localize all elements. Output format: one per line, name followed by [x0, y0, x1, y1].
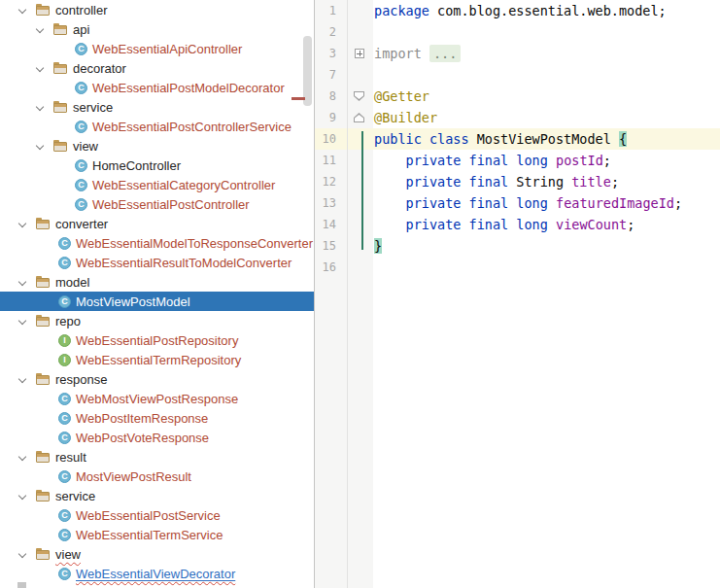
tree-row[interactable]: controller [0, 0, 314, 19]
chevron-down-icon[interactable] [37, 25, 45, 33]
code-line[interactable]: 2 [315, 21, 720, 43]
code-text: package com.blog.essential.web.model; [374, 0, 667, 21]
line-number: 7 [315, 64, 336, 86]
folder-icon [36, 4, 51, 16]
tree-item-label: decorator [73, 61, 126, 76]
tree-row[interactable]: repo [0, 311, 314, 330]
class-icon: C [75, 179, 87, 191]
code-line[interactable]: 12 private final String title; [315, 171, 720, 192]
tree-row[interactable]: service [0, 486, 314, 505]
tree-row[interactable]: CWebPostVoteResponse [0, 428, 314, 447]
chevron-down-icon[interactable] [19, 453, 27, 461]
tree-row[interactable]: view [0, 136, 314, 156]
tree-row[interactable]: service [0, 97, 314, 117]
interface-icon: I [58, 334, 71, 347]
chevron-down-icon[interactable] [19, 375, 27, 383]
fold-end-icon[interactable] [354, 113, 364, 122]
chevron-down-icon[interactable] [19, 278, 27, 286]
code-token: @Builder [374, 110, 437, 125]
tree-row[interactable]: result [0, 447, 314, 467]
code-token [374, 195, 406, 211]
tree-row[interactable]: CWebEssentialTermService [0, 525, 314, 544]
tree-row[interactable]: CWebPostItemResponse [0, 408, 314, 428]
tree-row[interactable]: model [0, 272, 314, 292]
tree-row[interactable]: IWebEssentialTermRepository [0, 350, 314, 369]
folder-icon [36, 490, 51, 502]
class-icon: C [58, 412, 71, 425]
class-icon: C [75, 159, 87, 172]
tree-row[interactable]: response [0, 369, 314, 389]
tree-row[interactable]: CWebMostViewPostResponse [0, 389, 314, 408]
tree-item-label: controller [55, 3, 107, 17]
code-token: final [469, 174, 509, 190]
chevron-down-icon[interactable] [37, 103, 45, 111]
tree-item-label: MostViewPostResult [76, 469, 191, 484]
tree-row[interactable]: CWebEssentialCategoryController [0, 175, 314, 194]
code-line[interactable]: 7 [315, 64, 720, 86]
tree-row[interactable]: CWebEssentialResultToModelConverter [0, 253, 314, 272]
project-tree-panel[interactable]: controllerapiCWebEssentialApiControllerd… [0, 0, 314, 588]
tree-row[interactable]: api [0, 19, 314, 39]
code-token: { [619, 131, 627, 147]
tree-item-label: WebPostItemResponse [76, 411, 208, 426]
tree-item-label: WebEssentialPostControllerService [92, 120, 291, 134]
code-token [461, 195, 468, 211]
class-icon: C [58, 393, 71, 405]
tree-item-label: view [73, 139, 98, 154]
tree-row[interactable]: CWebEssentialPostControllerService [0, 117, 314, 136]
code-line[interactable]: 8@Getter [315, 86, 720, 107]
code-line[interactable]: 13 private final long featuredImageId; [315, 192, 720, 214]
fold-expand-icon[interactable] [355, 49, 364, 58]
tree-row[interactable]: CHomeController [0, 156, 314, 175]
chevron-down-icon[interactable] [19, 6, 27, 14]
tree-row[interactable]: IWebEssentialPostRepository [0, 330, 314, 350]
folder-icon [36, 218, 51, 229]
code-token: private [406, 153, 462, 168]
tree-item-label: WebEssentialPostModelDecorator [92, 81, 285, 95]
code-line[interactable]: 10public class MostViewPostModel { [315, 128, 720, 150]
tree-item-label: service [73, 100, 113, 115]
tree-scrollbar-thumb[interactable] [303, 36, 312, 106]
fold-start-icon[interactable] [354, 91, 364, 101]
code-token: MostViewPostModel [469, 131, 619, 147]
tree-row[interactable]: CMostViewPostResult [0, 467, 314, 486]
tree-item-label: api [73, 22, 89, 37]
editor-panel[interactable]: 1package com.blog.essential.web.model;23… [315, 0, 720, 588]
code-token: long [516, 153, 548, 168]
code-line[interactable]: 1package com.blog.essential.web.model; [315, 0, 720, 21]
code-token: long [516, 217, 548, 232]
chevron-down-icon[interactable] [37, 64, 45, 72]
chevron-down-icon[interactable] [37, 142, 45, 150]
tree-item-label: WebPostVoteResponse [76, 431, 209, 445]
class-icon: C [58, 509, 71, 522]
chevron-down-icon[interactable] [19, 492, 27, 500]
tree-row[interactable]: CWebEssentialPostController [0, 194, 314, 214]
code-line[interactable]: 14 private final long viewCount; [315, 214, 720, 235]
tree-row[interactable]: CWebEssentialPostModelDecorator [0, 78, 314, 97]
code-line[interactable]: 16 [315, 257, 720, 278]
class-icon: C [58, 568, 71, 580]
tree-row[interactable]: CWebEssentialViewDecorator [0, 564, 314, 583]
tree-row[interactable]: CWebEssentialApiController [0, 39, 314, 58]
tree-row[interactable]: CWebEssentialPostService [0, 505, 314, 525]
tree-row[interactable]: CWebEssentialModelToResponseConverter [0, 233, 314, 253]
chevron-down-icon[interactable] [19, 220, 27, 227]
tree-item-label: WebEssentialResultToModelConverter [76, 256, 291, 270]
code-token: String [508, 174, 571, 190]
code-line[interactable]: 9@Builder [315, 107, 720, 128]
code-token [422, 131, 429, 147]
code-token: private [406, 195, 462, 211]
code-line[interactable]: 15} [315, 235, 720, 257]
tree-row[interactable]: converter [0, 214, 314, 233]
tree-row[interactable]: decorator [0, 58, 314, 78]
tree-item-label: WebEssentialTermRepository [76, 353, 241, 367]
code-token [374, 217, 406, 232]
code-line[interactable]: 3import ... [315, 43, 720, 64]
chevron-down-icon[interactable] [19, 317, 27, 325]
tree-row[interactable]: view [0, 544, 314, 564]
code-line[interactable]: 11 private final long postId; [315, 150, 720, 171]
tree-item-label: WebMostViewPostResponse [76, 392, 238, 406]
chevron-down-icon[interactable] [19, 550, 27, 558]
line-number: 8 [315, 86, 336, 107]
tree-row[interactable]: CMostViewPostModel [0, 292, 314, 311]
